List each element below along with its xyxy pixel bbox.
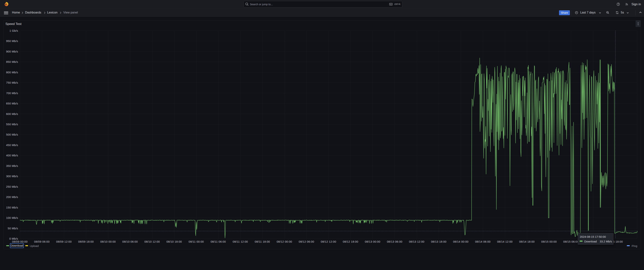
svg-text:08/10 00:00: 08/10 00:00 [100, 240, 116, 243]
svg-text:08/10 06:00: 08/10 06:00 [122, 240, 138, 243]
svg-text:1 Gb/s: 1 Gb/s [10, 29, 18, 32]
svg-text:08/12 12:00: 08/12 12:00 [321, 240, 336, 243]
svg-text:08/11 18:00: 08/11 18:00 [255, 240, 270, 243]
svg-text:950 Mb/s: 950 Mb/s [6, 39, 18, 43]
svg-text:450 Mb/s: 450 Mb/s [6, 144, 18, 147]
svg-text:08/09 00:00: 08/09 00:00 [12, 240, 28, 243]
svg-text:08/12 18:00: 08/12 18:00 [343, 240, 358, 243]
svg-text:150 Mb/s: 150 Mb/s [6, 206, 18, 209]
svg-text:50 Mb/s: 50 Mb/s [8, 227, 18, 230]
svg-text:400 Mb/s: 400 Mb/s [6, 154, 18, 157]
svg-text:08/14 12:00: 08/14 12:00 [497, 240, 512, 243]
svg-text:100 Mb/s: 100 Mb/s [6, 216, 18, 219]
svg-text:08/11 06:00: 08/11 06:00 [210, 240, 226, 243]
svg-text:650 Mb/s: 650 Mb/s [6, 102, 18, 105]
svg-text:08/14 06:00: 08/14 06:00 [475, 240, 491, 243]
svg-text:250 Mb/s: 250 Mb/s [6, 185, 18, 188]
svg-text:200 Mb/s: 200 Mb/s [6, 195, 18, 199]
svg-text:350 Mb/s: 350 Mb/s [6, 164, 18, 168]
svg-text:300 Mb/s: 300 Mb/s [6, 175, 18, 178]
svg-text:08/12 00:00: 08/12 00:00 [277, 240, 292, 243]
svg-text:750 Mb/s: 750 Mb/s [6, 81, 18, 84]
svg-text:08/13 00:00: 08/13 00:00 [365, 240, 380, 243]
svg-text:500 Mb/s: 500 Mb/s [6, 133, 18, 136]
svg-text:08/15 00:00: 08/15 00:00 [541, 240, 557, 243]
svg-text:08/15 06:00: 08/15 06:00 [563, 240, 579, 243]
svg-text:08/09 06:00: 08/09 06:00 [34, 240, 50, 243]
svg-text:08/09 12:00: 08/09 12:00 [56, 240, 72, 243]
svg-text:08/14 00:00: 08/14 00:00 [453, 240, 468, 243]
svg-text:0 Mb/s: 0 Mb/s [9, 237, 18, 240]
svg-text:700 Mb/s: 700 Mb/s [6, 91, 18, 95]
svg-text:08/13 18:00: 08/13 18:00 [431, 240, 446, 243]
svg-text:800 Mb/s: 800 Mb/s [6, 71, 18, 74]
svg-text:08/13 12:00: 08/13 12:00 [409, 240, 424, 243]
svg-text:900 Mb/s: 900 Mb/s [6, 50, 18, 53]
svg-text:850 Mb/s: 850 Mb/s [6, 60, 18, 63]
svg-text:08/14 18:00: 08/14 18:00 [519, 240, 535, 243]
svg-text:550 Mb/s: 550 Mb/s [6, 123, 18, 126]
svg-text:08/12 06:00: 08/12 06:00 [299, 240, 314, 243]
svg-text:08/13 06:00: 08/13 06:00 [387, 240, 402, 243]
svg-text:08/10 12:00: 08/10 12:00 [144, 240, 160, 243]
svg-text:08/11 00:00: 08/11 00:00 [188, 240, 204, 243]
svg-text:08/11 12:00: 08/11 12:00 [233, 240, 248, 243]
svg-text:600 Mb/s: 600 Mb/s [6, 112, 18, 115]
svg-text:08/09 18:00: 08/09 18:00 [78, 240, 94, 243]
svg-text:08/10 18:00: 08/10 18:00 [166, 240, 182, 243]
